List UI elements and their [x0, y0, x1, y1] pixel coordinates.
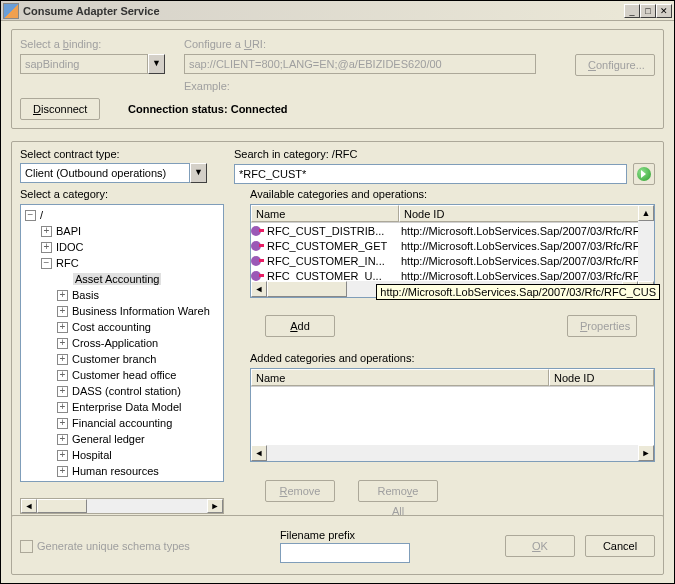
- window-controls: _ □ ✕: [624, 4, 672, 18]
- column-nodeid[interactable]: Node ID: [399, 205, 654, 222]
- operation-icon: [251, 256, 261, 266]
- tree-item[interactable]: +Financial accounting: [23, 415, 221, 431]
- operations-panel: Select contract type: ▼ Search in catego…: [11, 141, 664, 523]
- added-listview[interactable]: Name Node ID ◄ ►: [250, 368, 655, 462]
- expand-icon[interactable]: +: [57, 386, 68, 397]
- checkbox-icon: [20, 540, 33, 553]
- add-button[interactable]: Add: [265, 315, 335, 337]
- expand-icon[interactable]: +: [41, 242, 52, 253]
- window-frame: Consume Adapter Service _ □ ✕ Select a b…: [0, 0, 675, 584]
- column-nodeid[interactable]: Node ID: [549, 369, 654, 386]
- maximize-button[interactable]: □: [640, 4, 656, 18]
- footer-panel: Generate unique schema types Filename pr…: [11, 515, 664, 575]
- tree-item[interactable]: +IDOC: [23, 239, 221, 255]
- expand-icon[interactable]: +: [57, 338, 68, 349]
- list-item[interactable]: RFC_CUSTOMER_GEThttp://Microsoft.LobServ…: [251, 238, 654, 253]
- list-item[interactable]: RFC_CUSTOMER_IN...http://Microsoft.LobSe…: [251, 253, 654, 268]
- search-button[interactable]: [633, 163, 655, 185]
- expand-icon[interactable]: +: [57, 402, 68, 413]
- scroll-left-icon[interactable]: ◄: [251, 281, 267, 297]
- binding-label: Select a binding:: [20, 38, 170, 50]
- operation-icon: [251, 271, 261, 281]
- disconnect-button[interactable]: Disconnect: [20, 98, 100, 120]
- tree-item[interactable]: +Enterprise Data Model: [23, 399, 221, 415]
- tree-item[interactable]: +Cross-Application: [23, 335, 221, 351]
- tree-item[interactable]: +DASS (control station): [23, 383, 221, 399]
- connection-status: Connection status: Connected: [128, 103, 288, 115]
- collapse-icon[interactable]: −: [41, 258, 52, 269]
- tree-item[interactable]: +General ledger: [23, 431, 221, 447]
- example-label: Example:: [184, 80, 561, 92]
- remove-button[interactable]: Remove: [265, 480, 335, 502]
- binding-combo[interactable]: [20, 54, 148, 74]
- titlebar: Consume Adapter Service _ □ ✕: [1, 1, 674, 21]
- expand-icon[interactable]: +: [57, 418, 68, 429]
- minimize-button[interactable]: _: [624, 4, 640, 18]
- uri-label: Configure a URI:: [184, 38, 561, 50]
- contract-dropdown-icon[interactable]: ▼: [190, 163, 207, 183]
- available-label: Available categories and operations:: [250, 188, 427, 200]
- tree-item[interactable]: +Basis: [23, 287, 221, 303]
- column-name[interactable]: Name: [251, 369, 549, 386]
- expand-icon[interactable]: +: [57, 322, 68, 333]
- category-label: Select a category:: [20, 188, 108, 200]
- tree-item[interactable]: +Hospital: [23, 447, 221, 463]
- expand-icon[interactable]: +: [57, 306, 68, 317]
- expand-icon[interactable]: +: [57, 370, 68, 381]
- category-tree[interactable]: −/ +BAPI +IDOC −RFC Asset Accounting +Ba…: [20, 204, 224, 482]
- expand-icon[interactable]: +: [57, 482, 68, 483]
- list-item[interactable]: RFC_CUST_DISTRIB...http://Microsoft.LobS…: [251, 223, 654, 238]
- column-name[interactable]: Name: [251, 205, 399, 222]
- scroll-right-icon[interactable]: ►: [207, 499, 223, 513]
- scroll-left-icon[interactable]: ◄: [251, 445, 267, 461]
- prefix-label: Filename prefix: [280, 529, 410, 541]
- scroll-up-icon[interactable]: ▲: [638, 205, 654, 221]
- operation-icon: [251, 226, 261, 236]
- app-icon: [3, 3, 19, 19]
- cancel-button[interactable]: Cancel: [585, 535, 655, 557]
- tree-item[interactable]: +Human resources: [23, 463, 221, 479]
- expand-icon[interactable]: +: [57, 450, 68, 461]
- properties-button[interactable]: Properties: [567, 315, 637, 337]
- tree-item[interactable]: Asset Accounting: [23, 271, 221, 287]
- configure-button[interactable]: Configure...: [575, 54, 655, 76]
- tree-item[interactable]: +Customer branch: [23, 351, 221, 367]
- search-input[interactable]: [234, 164, 627, 184]
- tree-hscroll[interactable]: ◄ ►: [20, 498, 224, 514]
- unique-schema-checkbox[interactable]: Generate unique schema types: [20, 540, 190, 553]
- added-hscroll[interactable]: ◄ ►: [251, 445, 654, 461]
- tree-item[interactable]: +BAPI: [23, 223, 221, 239]
- available-listview[interactable]: Name Node ID RFC_CUST_DISTRIB...http://M…: [250, 204, 655, 298]
- tree-item[interactable]: +Cost accounting: [23, 319, 221, 335]
- expand-icon[interactable]: +: [57, 290, 68, 301]
- contract-combo[interactable]: [20, 163, 190, 183]
- expand-icon[interactable]: +: [41, 226, 52, 237]
- prefix-input[interactable]: [280, 543, 410, 563]
- window-title: Consume Adapter Service: [23, 5, 624, 17]
- tree-item[interactable]: +Human Resources Planning: [23, 479, 221, 482]
- tree-item[interactable]: +Customer head office: [23, 367, 221, 383]
- scroll-left-icon[interactable]: ◄: [21, 499, 37, 513]
- operation-icon: [251, 241, 261, 251]
- collapse-icon[interactable]: −: [25, 210, 36, 221]
- list-item[interactable]: RFC_CUSTOMER_U...http://Microsoft.LobSer…: [251, 268, 654, 281]
- uri-input[interactable]: [184, 54, 536, 74]
- ok-button[interactable]: OK: [505, 535, 575, 557]
- tree-item[interactable]: −RFC: [23, 255, 221, 271]
- expand-icon[interactable]: +: [57, 354, 68, 365]
- search-label: Search in category: /RFC: [234, 148, 655, 160]
- scroll-right-icon[interactable]: ►: [638, 445, 654, 461]
- removeall-button[interactable]: Remove All: [358, 480, 438, 502]
- expand-icon[interactable]: +: [57, 466, 68, 477]
- close-button[interactable]: ✕: [656, 4, 672, 18]
- tooltip: http://Microsoft.LobServices.Sap/2007/03…: [376, 284, 660, 300]
- expand-icon[interactable]: +: [57, 434, 68, 445]
- scroll-thumb[interactable]: [267, 281, 347, 297]
- tree-root[interactable]: −/: [23, 207, 221, 223]
- scroll-thumb[interactable]: [37, 499, 87, 513]
- connection-panel: Select a binding: ▼ Configure a URI: Exa…: [11, 29, 664, 129]
- added-label: Added categories and operations:: [250, 352, 415, 364]
- tree-item[interactable]: +Business Information Wareh: [23, 303, 221, 319]
- contract-label: Select contract type:: [20, 148, 220, 160]
- binding-dropdown-icon[interactable]: ▼: [148, 54, 165, 74]
